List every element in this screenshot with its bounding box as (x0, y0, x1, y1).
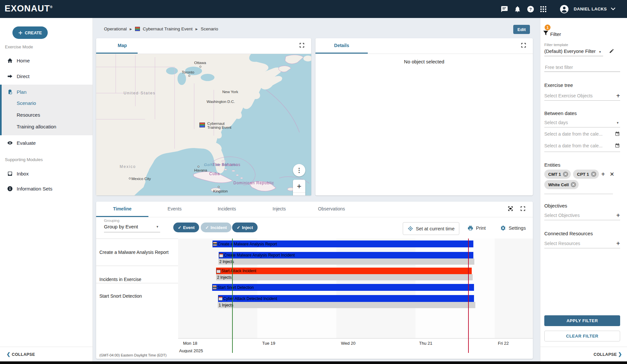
apps-grid-icon[interactable] (540, 6, 547, 13)
start-time-marker-line[interactable] (232, 239, 233, 353)
grouping-select[interactable]: Group by Event ▼ (104, 224, 160, 229)
top-bar: EXONAUT® ? DANIEL LACKS (0, 0, 627, 18)
user-menu-chevron-down-icon[interactable] (611, 7, 618, 14)
tab-events[interactable]: Events (148, 202, 201, 216)
add-objectives-button[interactable]: + (616, 212, 620, 219)
breadcrumb-event[interactable]: Cybernaut Training Event (143, 26, 193, 31)
free-text-filter-input[interactable] (544, 64, 621, 70)
add-entity-button[interactable]: + (601, 171, 605, 177)
gantt-bar-event[interactable]: Create a Malware Analysis Report (212, 240, 473, 247)
tab-injects[interactable]: Injects (253, 202, 305, 216)
event-icon (213, 242, 217, 246)
gantt-bar-incident[interactable]: Create Malware Analysis Report Incident (219, 252, 473, 258)
details-empty-message: No object selected (315, 59, 533, 64)
calendar-icon[interactable] (615, 131, 620, 136)
edit-button[interactable]: Edit (513, 25, 530, 34)
map-city-dot (129, 177, 131, 179)
sidebar-collapse-button[interactable]: ❮ COLLAPSE (7, 352, 35, 357)
filter-collapse-button[interactable]: COLLAPSE ❯ (594, 352, 622, 357)
event-icon (212, 285, 217, 290)
gantt-bar-incident[interactable]: Start Attack Incident (216, 268, 472, 274)
toggle-incident-pill[interactable]: ✓Incident (201, 223, 231, 232)
remove-chip-icon[interactable]: ✕ (571, 182, 576, 187)
map-marker-exercise-icon[interactable] (199, 123, 205, 127)
map-city-dot (218, 186, 220, 188)
user-name[interactable]: DANIEL LACKS (574, 7, 607, 11)
add-exercise-objects-button[interactable]: + (616, 92, 620, 99)
sidebar-item-home[interactable]: Home (0, 54, 93, 67)
select-days-field[interactable]: Select days (544, 120, 568, 125)
sidebar-item-information-sets[interactable]: Information Sets (0, 182, 93, 195)
gantt-bar-injects[interactable]: 2 Injects (216, 274, 473, 280)
date-to-field[interactable]: Select a date from the cale... (544, 143, 602, 148)
date-from-field[interactable]: Select a date from the cale... (544, 131, 602, 137)
chevron-down-icon[interactable]: ▼ (599, 50, 602, 54)
clear-filter-button[interactable]: CLEAR FILTER (544, 331, 620, 341)
clear-entities-x-icon[interactable]: ✕ (610, 172, 614, 177)
filter-template-label: Filter template (544, 43, 568, 47)
gantt-bar-injects[interactable]: 2 Injects (218, 258, 474, 265)
tab-observations[interactable]: Observations (305, 202, 358, 216)
breadcrumb-operational[interactable]: Operational (104, 26, 127, 31)
set-at-current-time-button[interactable]: Set at current time (403, 222, 459, 235)
incident-icon (216, 269, 221, 273)
gantt-bar-injects[interactable]: 1 Injects (218, 302, 475, 308)
details-fullscreen-icon[interactable] (521, 42, 526, 48)
help-icon[interactable]: ? (527, 6, 534, 13)
sidebar-item-evaluate[interactable]: Evaluate (0, 136, 93, 149)
entity-chip[interactable]: CMT 1✕ (544, 170, 571, 179)
entity-chip[interactable]: White Cell✕ (544, 180, 579, 189)
select-objectives-field[interactable]: Select Objectives (544, 213, 580, 218)
filter-panel-divider (540, 347, 627, 347)
filter-count-badge: 1 (545, 25, 551, 30)
user-avatar-icon[interactable] (560, 5, 569, 14)
gantt-bar-event[interactable]: Start Snort Detection (212, 284, 474, 291)
map-label-bahamas: The Bahamas (212, 162, 241, 167)
breadcrumb-scenario[interactable]: Scenario (201, 26, 218, 31)
timeline-panel: Timeline Events Incidents Injects Observ… (96, 202, 533, 359)
tab-incidents[interactable]: Incidents (201, 202, 253, 216)
axis-day-label: Thu 21 (419, 341, 432, 346)
svg-text:?: ? (529, 7, 532, 12)
print-button[interactable]: Print (467, 225, 486, 231)
sidebar-item-training-allocation[interactable]: Training allocation (17, 124, 56, 129)
breadcrumb-arrow-icon: ▶ (130, 27, 132, 31)
edit-template-pencil-icon[interactable] (609, 48, 614, 54)
sidebar-item-direct[interactable]: Direct (0, 70, 93, 83)
map-more-options-button[interactable]: ⋮ (293, 164, 305, 176)
sidebar-divider (0, 347, 93, 347)
chevron-down-icon[interactable]: ▼ (616, 121, 619, 124)
settings-button[interactable]: Settings (500, 225, 526, 231)
select-resources-field[interactable]: Select Resources (544, 241, 580, 246)
map-zoom-in-button[interactable]: + (293, 180, 305, 193)
timeline-fit-screen-icon[interactable] (508, 206, 513, 211)
exercise-objects-field[interactable]: Select Exercise Objects (544, 93, 593, 98)
calendar-icon[interactable] (615, 143, 620, 148)
create-button[interactable]: CREATE (12, 26, 48, 39)
sidebar-item-plan[interactable]: Plan (0, 85, 93, 98)
sidebar-item-resources[interactable]: Resources (17, 112, 40, 118)
timeline-fullscreen-icon[interactable] (520, 206, 526, 211)
details-tab[interactable]: Details (315, 38, 368, 53)
remove-chip-icon[interactable]: ✕ (563, 172, 568, 177)
sidebar-item-scenario[interactable]: Scenario (17, 100, 36, 106)
tab-timeline[interactable]: Timeline (96, 202, 148, 216)
toggle-inject-pill[interactable]: ✓Inject (232, 223, 258, 232)
filter-panel: Filter Filter template (Default) Everyon… (540, 18, 627, 361)
remove-chip-icon[interactable]: ✕ (591, 172, 596, 177)
add-resources-button[interactable]: + (616, 240, 620, 247)
gantt-chart-area: Create a Malware Analysis Report Create … (178, 239, 533, 353)
map-fullscreen-icon[interactable] (299, 42, 305, 48)
map-tab[interactable]: Map (96, 38, 148, 53)
notifications-bell-icon[interactable] (514, 6, 521, 13)
map-canvas[interactable]: Ottawa Toronto New York Washington D.C. … (96, 54, 311, 195)
entity-chip[interactable]: CPT 1✕ (573, 170, 599, 179)
apply-filter-button[interactable]: APPLY FILTER (544, 315, 620, 326)
chat-icon[interactable] (501, 6, 508, 13)
map-zoom-out-button[interactable]: − (293, 193, 305, 195)
sidebar-item-inbox[interactable]: Inbox (0, 167, 93, 180)
current-time-marker-line[interactable] (468, 239, 469, 353)
toggle-event-pill[interactable]: ✓Event (173, 223, 199, 232)
check-icon: ✓ (178, 225, 181, 230)
gantt-bar-incident[interactable]: Cyber Attack Detected Incident (218, 295, 474, 302)
